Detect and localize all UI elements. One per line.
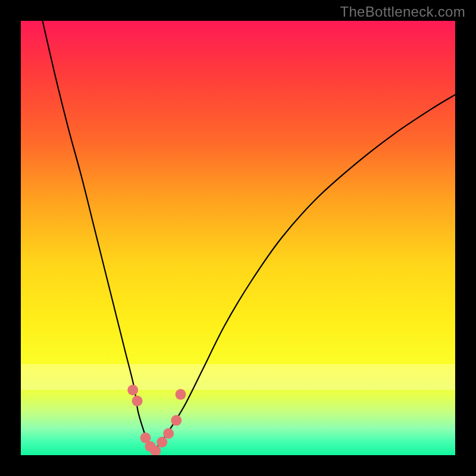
data-marker: [127, 385, 138, 396]
chart-svg: [21, 21, 455, 455]
data-marker: [171, 415, 181, 426]
data-marker: [176, 389, 186, 400]
watermark-text: TheBottleneck.com: [340, 4, 465, 20]
data-marker: [132, 396, 143, 406]
chart-frame: TheBottleneck.com: [0, 0, 476, 476]
bottleneck-curve: [43, 21, 456, 451]
data-marker: [156, 437, 167, 447]
plot-area: [21, 21, 455, 455]
marker-group: [127, 385, 186, 456]
data-marker: [163, 428, 174, 439]
